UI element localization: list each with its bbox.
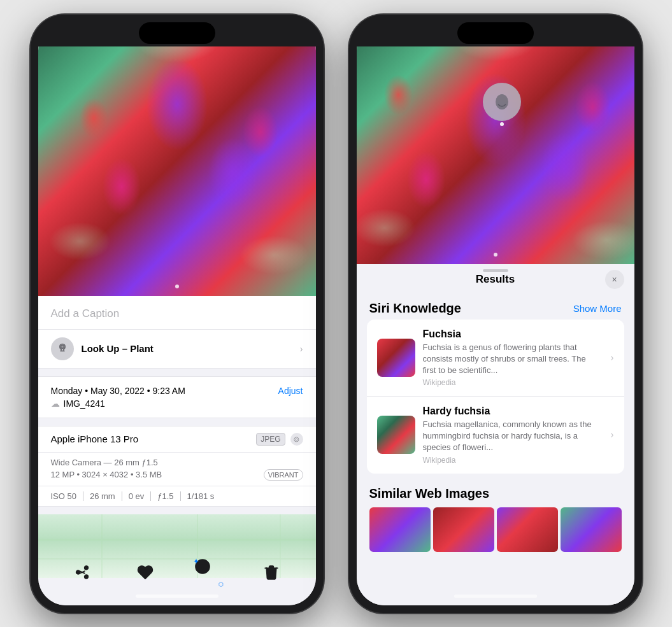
caption-section[interactable]: Add a Caption — [38, 296, 316, 330]
hardy-chevron: › — [610, 429, 613, 440]
fuchsia-source: Wikipedia — [423, 378, 601, 387]
results-title: Results — [476, 273, 515, 286]
photo-dot-left — [175, 285, 179, 288]
device-section: Apple iPhone 13 Pro JPEG ◎ Wide Camera —… — [38, 426, 316, 507]
meta-section: Monday • May 30, 2022 • 9:23 AM Adjust ☁… — [38, 376, 316, 418]
share-button[interactable] — [68, 558, 96, 586]
notch-left — [139, 22, 215, 44]
svg-point-7 — [85, 566, 88, 569]
similar-section-title: Similar Web Images — [369, 486, 490, 500]
similar-image-2[interactable] — [433, 507, 494, 552]
flower-photo-right[interactable] — [357, 22, 634, 264]
knowledge-card: Fuchsia Fuchsia is a genus of flowering … — [367, 320, 624, 474]
vibrant-badge: VIBRANT — [264, 469, 303, 481]
hardy-description: Fuchsia magellanica, commonly known as t… — [423, 419, 601, 454]
siri-lookup-icon — [51, 337, 74, 360]
exif-row: ISO 50 26 mm 0 ev ƒ1.5 1/181 s — [38, 486, 316, 506]
close-button[interactable]: × — [605, 270, 624, 289]
svg-point-6 — [76, 570, 80, 574]
exif-shutter: 1/181 s — [181, 491, 221, 501]
similar-image-4[interactable] — [561, 507, 622, 552]
siri-visual-bubble — [483, 83, 521, 121]
flower-overlay-left — [38, 22, 316, 296]
similar-image-3[interactable] — [497, 507, 558, 552]
meta-filename: IMG_4241 — [64, 398, 105, 409]
device-row: Apple iPhone 13 Pro JPEG ◎ — [38, 426, 316, 453]
hardy-source: Wikipedia — [423, 456, 601, 465]
device-name: Apple iPhone 13 Pro — [51, 433, 139, 444]
svg-point-12 — [496, 94, 508, 109]
knowledge-item-fuchsia[interactable]: Fuchsia Fuchsia is a genus of flowering … — [367, 320, 624, 397]
svg-point-0 — [61, 345, 64, 348]
exif-ev: 0 ev — [122, 491, 152, 501]
caption-placeholder[interactable]: Add a Caption — [51, 307, 120, 320]
show-more-button[interactable]: Show More — [573, 303, 622, 314]
flower-overlay-right — [357, 22, 634, 264]
flower-photo-left[interactable] — [38, 22, 316, 296]
cloud-icon: ☁ — [51, 398, 60, 409]
siri-dot — [500, 122, 504, 126]
drag-handle[interactable] — [483, 269, 508, 272]
results-panel: Results × Siri Knowledge Show More — [357, 264, 634, 605]
hardy-name: Hardy fuchsia — [423, 405, 601, 417]
meta-adjust-button[interactable]: Adjust — [278, 386, 303, 396]
siri-knowledge-title: Siri Knowledge — [369, 301, 461, 316]
right-iphone-frame: Results × Siri Knowledge Show More — [349, 15, 642, 613]
camera-resolution: 12 MP • 3024 × 4032 • 3.5 MB — [51, 470, 162, 479]
location-icon: ◎ — [290, 433, 303, 446]
similar-section: Similar Web Images — [357, 486, 634, 558]
lookup-chevron: › — [300, 344, 303, 354]
left-iphone-frame: Add a Caption Look Up – Plant — [31, 15, 324, 613]
camera-specs: Wide Camera — 26 mm ƒ1.5 12 MP • 3024 × … — [38, 453, 316, 486]
info-button[interactable]: ✦ ⬡ — [194, 558, 222, 586]
meta-date: Monday • May 30, 2022 • 9:23 AM — [51, 386, 185, 396]
svg-point-8 — [85, 575, 88, 578]
photo-dot-right — [494, 253, 497, 257]
lookup-row[interactable]: Look Up – Plant › — [38, 330, 316, 369]
exif-iso: ISO 50 — [51, 491, 83, 501]
exif-aperture: ƒ1.5 — [151, 491, 180, 501]
fuchsia-chevron: › — [610, 352, 613, 363]
favorite-button[interactable] — [131, 558, 159, 586]
similar-images-grid — [369, 507, 622, 552]
delete-button[interactable] — [257, 558, 285, 586]
jpeg-badge: JPEG — [256, 433, 285, 446]
bottom-toolbar: ✦ ⬡ — [38, 558, 316, 586]
notch-right — [457, 22, 534, 44]
left-screen: Add a Caption Look Up – Plant — [38, 22, 316, 605]
right-screen: Results × Siri Knowledge Show More — [357, 22, 634, 605]
lookup-label: Look Up – Plant — [82, 343, 154, 354]
home-bar-left[interactable] — [136, 595, 218, 598]
siri-knowledge-header: Siri Knowledge Show More — [357, 295, 634, 320]
exif-focal: 26 mm — [83, 491, 122, 501]
fuchsia-thumbnail — [377, 339, 415, 377]
results-header: Results × — [357, 264, 634, 295]
hardy-thumbnail — [377, 416, 415, 454]
similar-image-1[interactable] — [369, 507, 431, 552]
fuchsia-description: Fuchsia is a genus of flowering plants t… — [423, 342, 601, 377]
home-bar-right[interactable] — [454, 595, 537, 598]
camera-wide: Wide Camera — 26 mm ƒ1.5 — [51, 458, 303, 467]
fuchsia-name: Fuchsia — [423, 328, 601, 340]
hardy-info: Hardy fuchsia Fuchsia magellanica, commo… — [423, 405, 601, 465]
knowledge-item-hardy-fuchsia[interactable]: Hardy fuchsia Fuchsia magellanica, commo… — [367, 397, 624, 474]
fuchsia-info: Fuchsia Fuchsia is a genus of flowering … — [423, 328, 601, 388]
